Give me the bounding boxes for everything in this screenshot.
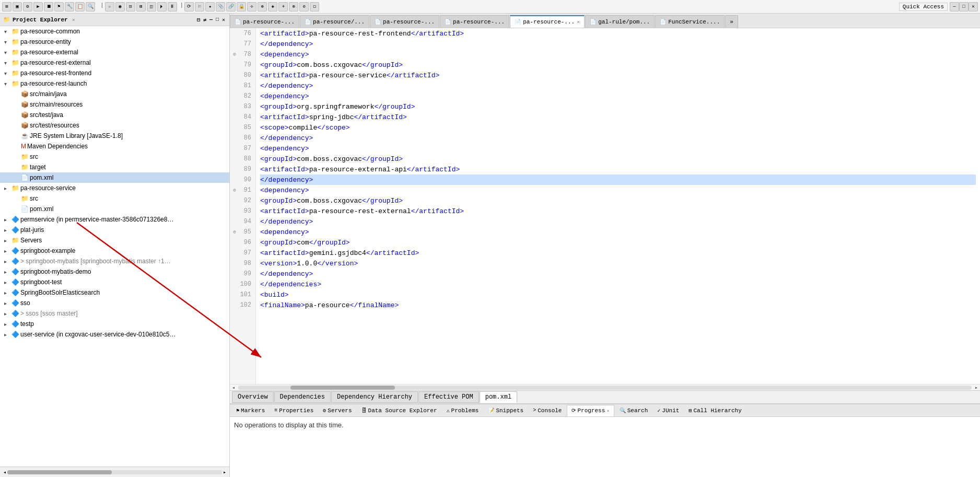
tree-item-testp[interactable]: ▸ 🔷 testp <box>0 319 229 329</box>
code-line-98[interactable]: <version>1.0.0</version> <box>260 258 976 269</box>
tree-item-sso[interactable]: ▸ 🔷 sso <box>0 298 229 308</box>
tree-item-springboot-mybatis-demo[interactable]: ▸ 🔷 springboot-mybatis-demo <box>0 266 229 277</box>
code-line-79[interactable]: <groupId>com.boss.cxgovac</groupId> <box>260 60 976 70</box>
code-line-94[interactable]: </dependency> <box>260 216 976 227</box>
collapse-all-icon[interactable]: ⊟ <box>196 16 201 24</box>
code-line-81[interactable]: </dependency> <box>260 80 976 91</box>
code-content[interactable]: <artifactId>pa-resource-rest-frontend</a… <box>256 28 980 384</box>
tree-item-user-service[interactable]: ▸ 🔷 user-service (in cxgovac-user-servic… <box>0 329 229 340</box>
bottom-tab-properties[interactable]: ≡Properties <box>270 405 318 416</box>
toolbar-icon-9[interactable]: 🔍 <box>86 2 95 11</box>
code-line-82[interactable]: <dependency> <box>260 91 976 101</box>
code-line-85[interactable]: <scope>compile</scope> <box>260 122 976 133</box>
expand-icon[interactable]: ▸ <box>4 185 10 191</box>
code-line-84[interactable]: <artifactId>spring-jdbc</artifactId> <box>260 112 976 122</box>
window-minimize-icon[interactable]: — <box>950 2 959 11</box>
tree-item-jre-system-library[interactable]: ☕ JRE System Library [JavaSE-1.8] <box>0 131 229 141</box>
tab-overflow-icon[interactable]: » <box>730 19 733 25</box>
horizontal-scroll[interactable]: ◂ ▸ <box>230 384 980 390</box>
expand-icon[interactable] <box>14 112 20 118</box>
code-line-83[interactable]: <groupId>org.springframework</groupId> <box>260 101 976 112</box>
expand-icon[interactable]: ▸ <box>4 300 10 306</box>
expand-icon[interactable]: ▾ <box>4 81 10 87</box>
code-line-100[interactable]: </dependencies> <box>260 279 976 289</box>
toolbar-icon-20[interactable]: 📎 <box>216 2 225 11</box>
scroll-right-arrow[interactable]: ▸ <box>222 469 227 475</box>
code-line-89[interactable]: <artifactId>pa-resource-external-api</ar… <box>260 164 976 174</box>
pom-tab-dependencies[interactable]: Dependencies <box>274 391 331 403</box>
tree-item-ssos[interactable]: ▸ 🔷 > ssos [ssos master] <box>0 308 229 319</box>
expand-icon[interactable]: ▾ <box>4 71 10 76</box>
bottom-tab-progress[interactable]: ⟳Progress✕ <box>567 405 614 416</box>
expand-icon[interactable]: ▸ <box>4 280 10 285</box>
toolbar-icon-26[interactable]: ⌖ <box>278 2 288 11</box>
tree-item-src-main-resources[interactable]: 📦 src/main/resources <box>0 99 229 110</box>
tree-item-pa-resource-external[interactable]: ▾ 📁 pa-resource-external <box>0 47 229 57</box>
expand-icon[interactable] <box>14 196 20 202</box>
bottom-tab-call-hierarchy[interactable]: ⊞Call Hierarchy <box>684 405 745 416</box>
expand-icon[interactable]: ▸ <box>4 332 10 338</box>
editor-tab-tab6[interactable]: 📄 gal-rule/pom... <box>585 15 655 28</box>
toolbar-icon-12[interactable]: ⊡ <box>126 2 135 11</box>
code-line-91[interactable]: <dependency> <box>260 185 976 195</box>
scroll-track[interactable] <box>7 470 222 474</box>
bottom-tab-snippets[interactable]: 📝Snippets <box>484 405 528 416</box>
tree-item-pom-xml-service[interactable]: 📄 pom.xml <box>0 204 229 214</box>
tree-item-spring-boot-solr[interactable]: ▸ 🔷 SpringBootSolrElasticsearch <box>0 287 229 298</box>
code-line-95[interactable]: <dependency> <box>260 227 976 237</box>
quick-access-field[interactable]: Quick Access <box>899 3 948 11</box>
expand-icon[interactable]: ▸ <box>4 290 10 296</box>
scroll-left-arrow[interactable]: ◂ <box>2 469 7 475</box>
toolbar-icon-16[interactable]: ⏸ <box>168 2 177 11</box>
expand-icon[interactable] <box>14 102 20 108</box>
editor-tab-tab2[interactable]: 📄 pa-resource/... <box>300 15 369 28</box>
bottom-tab-data-source-explorer[interactable]: 🗄Data Source Explorer <box>357 405 441 416</box>
code-line-97[interactable]: <artifactId>gemini.gsjdbc4</artifactId> <box>260 248 976 258</box>
tree-item-src-test-java[interactable]: 📦 src/test/java <box>0 110 229 120</box>
tree-item-springboot-example[interactable]: ▸ 🔷 springboot-example <box>0 246 229 256</box>
link-editor-icon[interactable]: ⇄ <box>202 16 207 24</box>
expand-icon[interactable]: ▸ <box>4 217 10 223</box>
tree-item-servers[interactable]: ▸ 📁 Servers <box>0 235 229 246</box>
editor-tab-tab4[interactable]: 📄 pa-resource-... <box>440 15 509 28</box>
toolbar-icon-29[interactable]: ◻ <box>310 2 319 11</box>
panel-close-icon[interactable]: ✕ <box>221 16 226 24</box>
bottom-tab-junit[interactable]: ✓JUnit <box>653 405 683 416</box>
tree-item-pa-resource-rest-external[interactable]: ▾ 📁 pa-resource-rest-external <box>0 57 229 68</box>
tree-item-plat-juris[interactable]: ▸ 🔷 plat-juris <box>0 225 229 235</box>
tree-item-src-test-resources[interactable]: 📦 src/test/resources <box>0 120 229 131</box>
expand-icon[interactable] <box>14 133 20 139</box>
h-scroll-left-arrow[interactable]: ◂ <box>230 385 237 391</box>
panel-minimize-icon[interactable]: — <box>208 16 214 24</box>
expand-icon[interactable]: ▸ <box>4 248 10 254</box>
tree-item-pa-resource-entity[interactable]: ▾ 📁 pa-resource-entity <box>0 37 229 47</box>
expand-icon[interactable]: ▸ <box>4 259 10 264</box>
toolbar-icon-1[interactable]: ⊞ <box>2 2 11 11</box>
toolbar-icon-7[interactable]: 🔧 <box>65 2 74 11</box>
code-line-101[interactable]: <build> <box>260 289 976 300</box>
expand-icon[interactable] <box>14 91 20 97</box>
toolbar-icon-6[interactable]: ⚑ <box>54 2 64 11</box>
toolbar-icon-14[interactable]: ◫ <box>147 2 156 11</box>
project-explorer-close[interactable]: ✕ <box>72 17 75 23</box>
tab-close-icon[interactable]: ✕ <box>577 19 580 25</box>
code-line-99[interactable]: </dependency> <box>260 269 976 279</box>
tree-item-pa-resource-rest-frontend[interactable]: ▾ 📁 pa-resource-rest-frontend <box>0 68 229 78</box>
pom-tab-dependency-hierarchy[interactable]: Dependency Hierarchy <box>331 391 418 403</box>
bottom-tab-search[interactable]: 🔍Search <box>615 405 652 416</box>
h-scroll-right-arrow[interactable]: ▸ <box>973 385 980 391</box>
tree-item-maven-dependencies[interactable]: M Maven Dependencies <box>0 141 229 152</box>
expand-icon[interactable]: ▸ <box>4 238 10 243</box>
expand-icon[interactable]: ▾ <box>4 29 10 34</box>
toolbar-icon-13[interactable]: ⊠ <box>136 2 146 11</box>
editor-tab-tab-overflow[interactable]: » <box>725 15 738 28</box>
toolbar-icon-27[interactable]: ⊗ <box>289 2 298 11</box>
editor-tab-tab1[interactable]: 📄 pa-resource-... <box>230 15 299 28</box>
code-line-96[interactable]: <groupId>com</groupId> <box>260 237 976 248</box>
toolbar-icon-21[interactable]: 🔗 <box>226 2 236 11</box>
toolbar-icon-19[interactable]: ★ <box>205 2 215 11</box>
h-scroll-track[interactable] <box>238 386 972 390</box>
editor-tab-tab5[interactable]: 📄 pa-resource-... ✕ <box>510 15 585 28</box>
toolbar-icon-4[interactable]: ▶ <box>33 2 43 11</box>
tree-item-pa-resource-service[interactable]: ▸ 📁 pa-resource-service <box>0 183 229 193</box>
